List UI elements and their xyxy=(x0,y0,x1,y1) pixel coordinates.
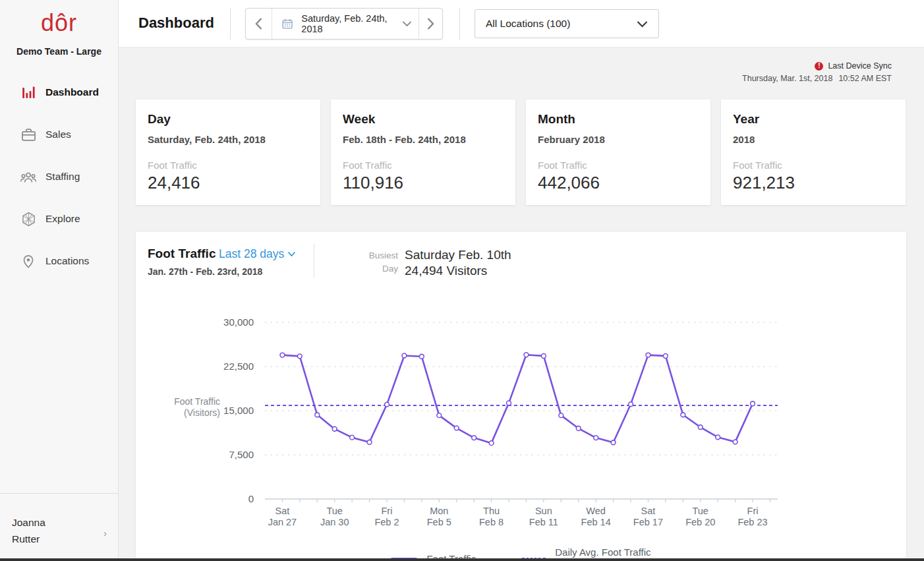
location-filter-value: All Locations (100) xyxy=(486,18,570,30)
date-prev-button[interactable] xyxy=(246,9,272,39)
sidebar-divider xyxy=(0,493,119,494)
card-value: 24,416 xyxy=(148,173,308,193)
chevron-left-icon xyxy=(254,17,263,30)
stat-card-day: Day Saturday, Feb. 24th, 2018 Foot Traff… xyxy=(136,100,320,205)
sidebar-item-label: Staffing xyxy=(45,171,80,183)
sidebar: dôr Demo Team - Large Dashboard Sales xyxy=(0,0,119,561)
card-value: 442,066 xyxy=(538,173,699,193)
card-range: February 2018 xyxy=(538,134,699,145)
card-metric-label: Foot Traffic xyxy=(538,160,699,171)
date-next-button[interactable] xyxy=(419,9,442,39)
card-metric-label: Foot Traffic xyxy=(733,160,894,171)
card-value: 110,916 xyxy=(343,173,504,193)
busiest-day-label: Busiest Day xyxy=(353,249,398,276)
stat-card-month: Month February 2018 Foot Traffic 442,066 xyxy=(526,100,710,205)
date-picker: Saturday, Feb. 24th, 2018 xyxy=(245,8,443,40)
sync-date: Thursday, Mar. 1st, 2018 xyxy=(742,74,832,83)
selected-date: Saturday, Feb. 24th, 2018 xyxy=(301,13,393,34)
stat-cards-row: Day Saturday, Feb. 24th, 2018 Foot Traff… xyxy=(136,100,907,205)
card-metric-label: Foot Traffic xyxy=(148,160,308,171)
card-period: Week xyxy=(343,112,504,127)
svg-text:FriFeb 2: FriFeb 2 xyxy=(374,506,399,527)
card-range: Saturday, Feb. 24th, 2018 xyxy=(148,134,308,145)
card-period: Day xyxy=(148,112,308,127)
last-device-sync: ! Last Device Sync Thursday, Mar. 1st, 2… xyxy=(742,61,892,83)
svg-text:30,000: 30,000 xyxy=(223,316,254,328)
map-pin-icon xyxy=(20,252,37,270)
header-divider xyxy=(230,8,231,40)
page-title: Dashboard xyxy=(138,15,214,32)
card-metric-label: Foot Traffic xyxy=(343,160,504,171)
svg-text:SatJan 27: SatJan 27 xyxy=(268,506,297,527)
legend-avg-line1: Daily Avg. Foot Traffic xyxy=(555,546,650,558)
foot-traffic-line-chart: 07,50015,00022,50030,000SatJan 27TueJan … xyxy=(136,290,906,544)
svg-text:SatFeb 17: SatFeb 17 xyxy=(633,506,663,527)
busiest-day-visitors: 24,494 Visitors xyxy=(405,263,511,279)
sidebar-item-explore[interactable]: Explore xyxy=(0,204,118,233)
top-bar: Dashboard Saturday, Feb. 24th, 2018 All xyxy=(119,0,924,47)
foot-traffic-card: Foot Traffic Last 28 days Jan. 27th - Fe… xyxy=(136,232,906,561)
sidebar-item-label: Sales xyxy=(45,129,71,140)
sync-label: Last Device Sync xyxy=(828,61,892,71)
app-logo[interactable]: dôr xyxy=(0,9,118,37)
chart-date-range: Jan. 27th - Feb. 23rd, 2018 xyxy=(148,266,262,277)
sidebar-item-locations[interactable]: Locations xyxy=(0,247,118,276)
card-period: Year xyxy=(733,112,894,127)
sidebar-item-dashboard[interactable]: Dashboard xyxy=(0,78,118,107)
sidebar-item-label: Locations xyxy=(45,255,89,267)
user-menu[interactable]: Joanna Rutter xyxy=(12,514,111,547)
sync-time: 10:52 AM EST xyxy=(838,74,892,83)
chevron-down-icon xyxy=(637,20,648,28)
user-last-name: Rutter xyxy=(12,531,111,547)
svg-text:0: 0 xyxy=(248,493,254,504)
chart-header-divider xyxy=(314,244,314,278)
stat-card-year: Year 2018 Foot Traffic 921,213 xyxy=(721,100,906,205)
svg-text:22,500: 22,500 xyxy=(223,361,254,372)
date-picker-value[interactable]: Saturday, Feb. 24th, 2018 xyxy=(272,9,419,39)
bottom-edge-bar xyxy=(0,558,924,561)
sidebar-item-label: Dashboard xyxy=(45,86,99,98)
svg-text:WedFeb 14: WedFeb 14 xyxy=(581,506,611,527)
svg-text:TueJan 30: TueJan 30 xyxy=(320,506,349,527)
chevron-down-icon xyxy=(287,251,296,257)
card-range: Feb. 18th - Feb. 24th, 2018 xyxy=(343,134,504,145)
alert-circle-icon: ! xyxy=(815,62,823,71)
stat-card-week: Week Feb. 18th - Feb. 24th, 2018 Foot Tr… xyxy=(331,100,515,205)
range-selector[interactable]: Last 28 days xyxy=(219,247,296,261)
busiest-day-value: Saturday Feb. 10th 24,494 Visitors xyxy=(405,247,511,279)
svg-text:7,500: 7,500 xyxy=(229,449,254,460)
briefcase-icon xyxy=(20,126,37,143)
svg-text:SunFeb 11: SunFeb 11 xyxy=(529,506,558,527)
card-period: Month xyxy=(538,112,699,127)
sidebar-item-label: Explore xyxy=(45,213,80,225)
svg-text:MonFeb 5: MonFeb 5 xyxy=(427,506,451,527)
svg-text:TueFeb 20: TueFeb 20 xyxy=(685,506,715,527)
location-filter-dropdown[interactable]: All Locations (100) xyxy=(475,9,659,38)
calendar-icon xyxy=(281,16,293,31)
sidebar-item-staffing[interactable]: Staffing xyxy=(0,162,118,191)
chevron-right-icon xyxy=(426,17,435,30)
sidebar-nav: Dashboard Sales Staffin xyxy=(0,78,118,289)
busiest-day-date: Saturday Feb. 10th xyxy=(405,247,511,263)
card-range: 2018 xyxy=(733,134,894,145)
svg-text:ThuFeb 8: ThuFeb 8 xyxy=(479,506,504,527)
people-icon xyxy=(20,168,37,185)
sidebar-item-sales[interactable]: Sales xyxy=(0,120,118,149)
header-divider xyxy=(459,8,460,40)
team-name: Demo Team - Large xyxy=(0,46,118,57)
chart-title: Foot Traffic xyxy=(148,247,216,261)
bar-chart-icon xyxy=(20,84,37,101)
card-value: 921,213 xyxy=(733,173,894,193)
svg-text:15,000: 15,000 xyxy=(223,405,254,416)
chevron-right-icon: › xyxy=(103,527,107,539)
hexagon-icon xyxy=(20,210,37,227)
user-first-name: Joanna xyxy=(12,514,111,531)
chevron-down-icon xyxy=(402,20,412,27)
svg-text:FriFeb 23: FriFeb 23 xyxy=(737,506,767,527)
range-selector-label: Last 28 days xyxy=(219,247,284,261)
